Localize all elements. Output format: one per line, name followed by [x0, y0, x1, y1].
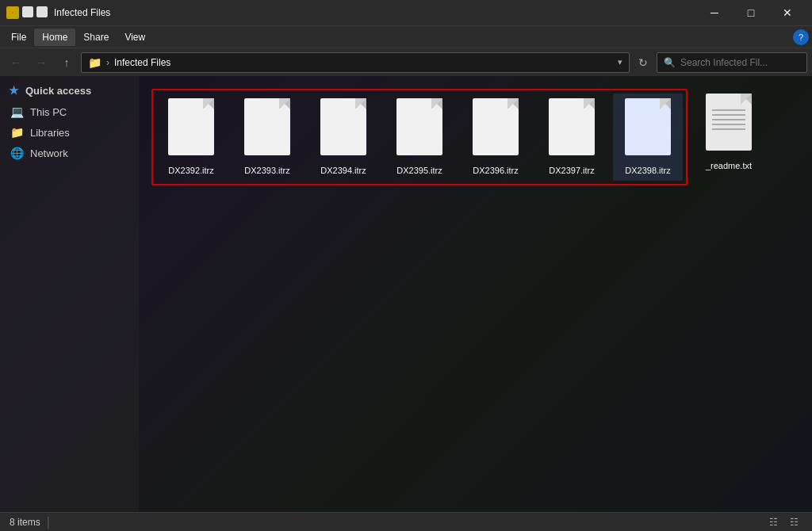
status-separator: | [47, 515, 50, 529]
menu-share[interactable]: Share [75, 29, 117, 46]
close-button[interactable]: ✕ [769, 0, 806, 25]
search-icon: 🔍 [664, 57, 676, 68]
file-icon-dx2395 [394, 98, 445, 162]
grid-view-button[interactable]: ☷ [785, 515, 802, 529]
file-label-dx2396: DX2396.itrz [473, 165, 518, 176]
file-label-dx2394: DX2394.itrz [320, 165, 366, 176]
file-item[interactable]: DX2397.itrz [537, 94, 607, 181]
refresh-button[interactable]: ↻ [633, 52, 653, 73]
sidebar-item-network[interactable]: 🌐 Network [0, 143, 139, 163]
network-icon: 🌐 [10, 147, 24, 159]
window-controls: ─ □ ✕ [696, 0, 806, 25]
menu-file[interactable]: File [3, 29, 34, 46]
menu-home[interactable]: Home [34, 29, 75, 46]
title-bar-icons [6, 6, 48, 19]
file-item[interactable]: DX2396.itrz [461, 94, 530, 181]
search-input[interactable] [680, 57, 800, 68]
maximize-button[interactable]: □ [733, 0, 769, 25]
address-dropdown-icon[interactable]: ▾ [618, 57, 622, 67]
list-view-button[interactable]: ☷ [764, 515, 782, 529]
file-explorer-window: Infected Files ─ □ ✕ File Home Share Vie… [0, 0, 812, 531]
file-label-dx2397: DX2397.itrz [549, 165, 594, 176]
file-item-readme[interactable]: _readme.txt [694, 89, 764, 185]
file-icon-dx2396 [470, 98, 521, 162]
file-item[interactable]: DX2392.itrz [156, 94, 226, 181]
address-separator: › [106, 57, 109, 68]
file-item[interactable]: DX2398.itrz [613, 94, 683, 181]
this-pc-icon: 💻 [10, 105, 24, 118]
file-item[interactable]: DX2393.itrz [232, 94, 302, 181]
file-label-dx2395: DX2395.itrz [396, 165, 442, 176]
network-label: Network [30, 147, 68, 159]
file-item[interactable]: DX2394.itrz [308, 94, 378, 181]
libraries-label: Libraries [30, 127, 70, 139]
address-bar[interactable]: 📁 › Infected Files ▾ [81, 52, 630, 73]
file-icon-dx2398 [622, 98, 673, 162]
window-title: Infected Files [54, 7, 696, 18]
file-icon-readme [703, 94, 754, 157]
sidebar: ★ Quick access 💻 This PC 📁 Libraries 🌐 N… [0, 76, 139, 512]
file-area: DX2392.itrz DX2393.itrz [139, 76, 812, 512]
sidebar-item-libraries[interactable]: 📁 Libraries [0, 122, 139, 143]
file-icon-dx2397 [546, 98, 597, 162]
forward-button[interactable]: → [30, 52, 52, 73]
file-label-readme: _readme.txt [706, 160, 752, 171]
help-button[interactable]: ? [793, 29, 809, 45]
search-bar: 🔍 [657, 52, 807, 73]
file-label-dx2398: DX2398.itrz [625, 165, 670, 176]
menu-view[interactable]: View [117, 29, 153, 46]
quick-access-label: Quick access [25, 85, 91, 97]
quick-access-icon: ★ [6, 84, 21, 97]
menu-bar: File Home Share View ? [0, 25, 812, 48]
this-pc-label: This PC [30, 106, 67, 118]
file-item[interactable]: DX2395.itrz [385, 94, 454, 181]
file-label-dx2392: DX2392.itrz [168, 165, 213, 176]
toolbar: ← → ↑ 📁 › Infected Files ▾ ↻ 🔍 [0, 48, 812, 76]
app-icon-3 [36, 6, 48, 17]
title-bar: Infected Files ─ □ ✕ [0, 0, 812, 25]
sidebar-item-quick-access[interactable]: ★ Quick access [0, 79, 139, 101]
main-content: ★ Quick access 💻 This PC 📁 Libraries 🌐 N… [0, 76, 812, 512]
up-button[interactable]: ↑ [56, 52, 78, 73]
sidebar-item-this-pc[interactable]: 💻 This PC [0, 101, 139, 122]
file-label-dx2393: DX2393.itrz [244, 165, 289, 176]
back-button[interactable]: ← [5, 52, 27, 73]
status-bar: 8 items | ☷ ☷ [0, 512, 812, 531]
app-icon-1 [6, 6, 19, 19]
app-icon-2 [22, 6, 33, 17]
address-folder-icon: 📁 [88, 56, 102, 69]
status-view-controls: ☷ ☷ [764, 515, 802, 529]
selected-files-group: DX2392.itrz DX2393.itrz [151, 89, 688, 185]
file-icon-dx2393 [242, 98, 293, 162]
files-container: DX2392.itrz DX2393.itrz [151, 89, 799, 185]
minimize-button[interactable]: ─ [696, 0, 733, 25]
address-path: Infected Files [114, 57, 613, 68]
status-item-count: 8 items [10, 517, 40, 528]
libraries-icon: 📁 [10, 126, 24, 139]
file-icon-dx2394 [318, 98, 369, 162]
file-icon-dx2392 [166, 98, 216, 162]
